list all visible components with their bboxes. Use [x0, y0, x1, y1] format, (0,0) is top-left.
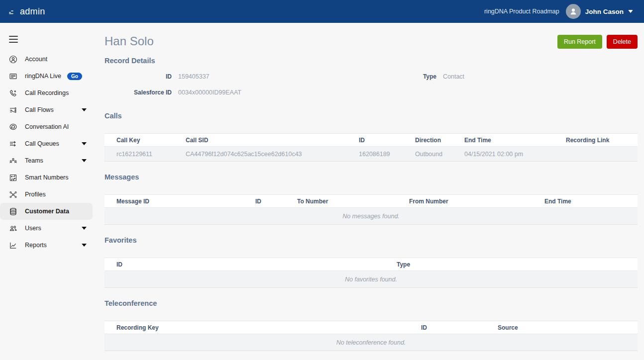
col-recording-key: Recording Key — [105, 321, 409, 334]
delete-button[interactable]: Delete — [607, 35, 638, 49]
smart-numbers-icon — [9, 174, 17, 182]
col-from-number: From Number — [397, 195, 533, 208]
teleconference-table: Recording Key ID Source No teleconferenc… — [105, 321, 638, 351]
sidebar-item-ringdna-live[interactable]: ringDNA Live Go — [0, 68, 93, 85]
sidebar-item-call-recordings[interactable]: Call Recordings — [0, 85, 93, 101]
record-details-heading: Record Details — [105, 56, 638, 66]
sidebar-item-label: ringDNA Live — [25, 73, 61, 80]
sidebar-item-label: Profiles — [25, 191, 46, 198]
col-id: ID — [347, 134, 403, 147]
col-call-key: Call Key — [105, 134, 174, 147]
user-menu[interactable]: John Cason — [566, 4, 633, 19]
profiles-icon — [9, 190, 17, 199]
chevron-down-icon — [82, 227, 87, 230]
call-flows-icon — [9, 106, 17, 114]
col-call-sid: Call SID — [174, 134, 347, 147]
live-screen-icon — [9, 72, 17, 81]
col-id: ID — [105, 258, 385, 271]
teleconference-empty-state: No teleconference found. — [105, 334, 638, 351]
cell-id: 162086189 — [347, 147, 403, 162]
field-salesforce-id-value: 0034x00000ID99EAAT — [178, 89, 241, 96]
main-content: Han Solo Run Report Delete Record Detail… — [93, 23, 644, 360]
favorites-empty-state: No favorites found. — [105, 271, 638, 288]
col-end-time: End Time — [533, 195, 638, 208]
chevron-down-icon — [82, 142, 87, 145]
col-id: ID — [409, 321, 486, 334]
sidebar-item-label: Account — [25, 56, 47, 63]
field-salesforce-id: Salesforce ID 0034x00000ID99EAAT — [105, 85, 371, 100]
field-type-label: Type — [371, 73, 436, 80]
chevron-down-icon — [82, 244, 87, 247]
account-icon — [9, 55, 17, 64]
go-badge[interactable]: Go — [67, 73, 82, 80]
sidebar-item-conversation-ai[interactable]: Conversation AI — [0, 118, 93, 135]
conversation-ai-icon — [9, 123, 17, 131]
sidebar-item-call-queues[interactable]: Call Queues — [0, 135, 93, 152]
sidebar-item-label: Reports — [25, 242, 47, 249]
messages-table: Message ID ID To Number From Number End … — [105, 194, 638, 225]
run-report-button[interactable]: Run Report — [557, 35, 602, 49]
brand-logo[interactable]: admin — [9, 6, 45, 17]
field-id-label: ID — [105, 73, 172, 80]
messages-header-row: Message ID ID To Number From Number End … — [105, 195, 638, 208]
cell-recording-link — [554, 147, 638, 162]
col-message-id: Message ID — [105, 195, 243, 208]
user-name: John Cason — [585, 8, 624, 15]
brand-label: admin — [20, 6, 45, 17]
users-icon — [9, 224, 17, 233]
col-direction: Direction — [403, 134, 452, 147]
field-id: ID 159405337 — [105, 69, 371, 85]
table-row: rc162129611 CA44796f12d074c625ac15cee62d… — [105, 147, 638, 162]
cell-call-key: rc162129611 — [105, 147, 174, 162]
col-id: ID — [243, 195, 285, 208]
sidebar-item-account[interactable]: Account — [0, 51, 93, 68]
calls-header-row: Call Key Call SID ID Direction End Time … — [105, 134, 638, 147]
waveform-icon — [9, 8, 16, 14]
messages-empty-state: No messages found. — [105, 208, 638, 225]
teleconference-heading: Teleconference — [105, 298, 638, 308]
sidebar-item-teams[interactable]: Teams — [0, 152, 93, 169]
page-title: Han Solo — [105, 34, 154, 49]
col-to-number: To Number — [285, 195, 397, 208]
field-type-value: Contact — [443, 73, 464, 80]
chevron-down-icon — [82, 108, 87, 111]
cell-call-sid: CA44796f12d074c625ac15cee62d610c43 — [174, 147, 347, 162]
messages-heading: Messages — [105, 172, 638, 182]
sidebar-item-label: Customer Data — [25, 208, 69, 215]
sidebar-item-call-flows[interactable]: Call Flows — [0, 101, 93, 118]
sidebar-item-users[interactable]: Users — [0, 220, 93, 237]
col-recording-link: Recording Link — [554, 134, 638, 147]
sidebar-item-label: Teams — [25, 157, 43, 164]
chevron-down-icon — [82, 159, 87, 162]
sidebar-item-label: Conversation AI — [25, 123, 69, 130]
sidebar-item-reports[interactable]: Reports — [0, 237, 93, 254]
sidebar: Account ringDNA Live Go Call Recordings — [0, 23, 93, 360]
reports-icon — [9, 241, 17, 250]
field-id-value: 159405337 — [178, 73, 210, 80]
call-recordings-icon — [9, 89, 17, 97]
customer-data-icon — [9, 207, 17, 216]
col-end-time: End Time — [452, 134, 554, 147]
sidebar-item-label: Call Flows — [25, 106, 54, 113]
top-bar: admin ringDNA Product Roadmap John Cason — [0, 0, 644, 23]
sidebar-item-smart-numbers[interactable]: Smart Numbers — [0, 169, 93, 186]
favorites-heading: Favorites — [105, 235, 638, 245]
record-details-fields: ID 159405337 Type Contact Salesforce ID … — [105, 69, 638, 100]
person-icon — [569, 7, 578, 16]
call-queues-icon — [9, 140, 17, 148]
project-name: ringDNA Product Roadmap — [484, 8, 559, 15]
empty-row: No favorites found. — [105, 271, 638, 288]
sidebar-item-label: Call Queues — [25, 140, 59, 147]
favorites-header-row: ID Type — [105, 258, 638, 271]
cell-end-time: 04/15/2021 02:00 pm — [452, 147, 554, 162]
cell-direction: Outbound — [403, 147, 452, 162]
sidebar-item-label: Call Recordings — [25, 90, 69, 96]
col-source: Source — [486, 321, 638, 334]
empty-row: No teleconference found. — [105, 334, 638, 351]
calls-table: Call Key Call SID ID Direction End Time … — [105, 133, 638, 162]
sidebar-item-profiles[interactable]: Profiles — [0, 186, 93, 203]
sidebar-item-label: Users — [25, 225, 41, 232]
field-type: Type Contact — [371, 69, 637, 85]
hamburger-menu-icon[interactable] — [9, 36, 18, 43]
sidebar-item-customer-data[interactable]: Customer Data — [0, 203, 93, 220]
